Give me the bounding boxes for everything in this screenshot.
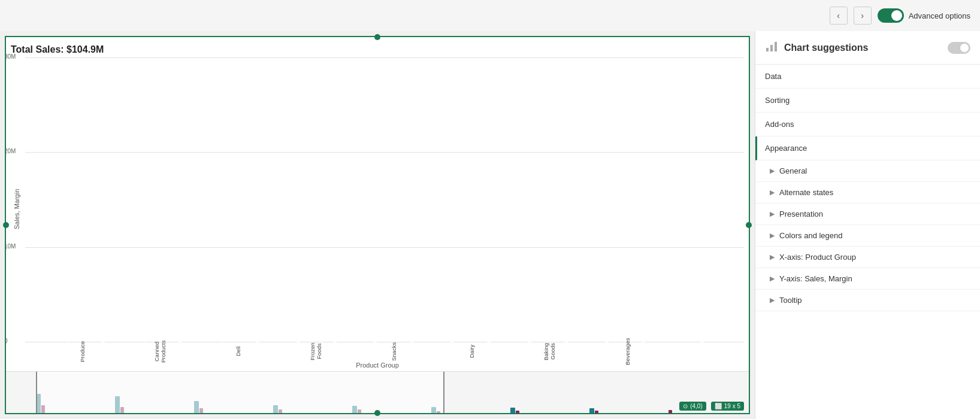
chart-plot: 30M 20M 10M 0 — [25, 57, 744, 360]
x-axis-label: X-axis: Product Group — [779, 253, 856, 262]
resize-handle-right[interactable] — [746, 222, 752, 228]
panel-menu-item-appearance[interactable]: Appearance — [755, 136, 980, 160]
mini-chart[interactable] — [6, 371, 749, 413]
mini-bar-purple-8 — [669, 410, 672, 413]
chevron-tooltip: ▶ — [770, 296, 775, 304]
x-label-3: Frozen Foods — [280, 342, 352, 360]
panel-section-y-axis[interactable]: ▶ Y-axis: Sales, Margin — [755, 268, 980, 290]
panel-menu-item-sorting[interactable]: Sorting — [755, 89, 980, 113]
chevron-colors-legend: ▶ — [770, 232, 775, 239]
svg-rect-0 — [766, 48, 769, 51]
panel-menu-item-data[interactable]: Data — [755, 65, 980, 89]
panel-section-colors-legend[interactable]: ▶ Colors and legend — [755, 225, 980, 247]
x-label-5: Dairy — [435, 342, 507, 360]
coords-value: (4,0) — [690, 403, 703, 409]
general-label: General — [779, 166, 807, 175]
colors-legend-label: Colors and legend — [779, 231, 843, 240]
next-button[interactable]: › — [854, 7, 872, 25]
mini-chart-selection[interactable] — [36, 372, 444, 413]
chevron-alternate-states: ▶ — [770, 189, 775, 196]
x-axis-labels: ProduceCanned ProductsDeliFrozen FoodsSn… — [43, 342, 744, 360]
panel-menu-item-addons[interactable]: Add-ons — [755, 113, 980, 136]
mini-bar-group-7 — [589, 408, 667, 413]
sorting-label: Sorting — [765, 96, 790, 105]
x-label-0: Produce — [46, 342, 118, 360]
presentation-label: Presentation — [779, 210, 823, 218]
x-label-1: Canned Products — [124, 342, 196, 360]
grid-label-0: 0 — [6, 338, 8, 344]
advanced-options-toggle-container: Advanced options — [878, 8, 970, 23]
panel-section-x-axis[interactable]: ▶ X-axis: Product Group — [755, 247, 980, 268]
x-label-8 — [669, 342, 741, 360]
y-axis-label: Sales, Margin — [11, 57, 23, 360]
chart-inner: Total Sales: $104.9M Sales, Margin 30M 2… — [6, 37, 749, 371]
main-content: Total Sales: $104.9M Sales, Margin 30M 2… — [0, 31, 980, 419]
chart-suggestions-icon — [765, 40, 778, 56]
chart-status: ⊙ (4,0) ⬜ 19 x 5 — [679, 402, 744, 411]
mini-bar-purple-6 — [516, 411, 519, 413]
x-label-2: Deli — [202, 342, 274, 360]
chart-body: Sales, Margin 30M 20M 10M — [11, 57, 744, 360]
panel-header: Chart suggestions — [755, 31, 980, 65]
bars-container: 24.16M9.45M20.52M7.72M14.63M6.16M9.49M4.… — [43, 57, 744, 342]
x-label-4: Snacks — [358, 342, 429, 360]
top-toolbar: ‹ › Advanced options — [0, 0, 980, 31]
svg-rect-2 — [775, 42, 777, 51]
size-value: 19 x 5 — [724, 403, 740, 409]
resize-handle-left[interactable] — [3, 222, 9, 228]
appearance-label: Appearance — [765, 144, 807, 153]
mini-bar-teal-6 — [510, 408, 515, 413]
mini-bar-purple-7 — [595, 411, 598, 413]
panel-suggestions-toggle[interactable] — [948, 42, 970, 54]
chart-wrapper[interactable]: Total Sales: $104.9M Sales, Margin 30M 2… — [5, 36, 750, 414]
grid-label-30m: 30M — [6, 53, 16, 60]
grid-label-10m: 10M — [6, 243, 16, 250]
advanced-options-label: Advanced options — [909, 11, 970, 20]
right-panel: Chart suggestions Data Sorting Add-ons A… — [755, 31, 980, 419]
mini-bar-group-6 — [510, 408, 588, 413]
chevron-y-axis: ▶ — [770, 275, 775, 283]
coords-badge: ⊙ (4,0) — [679, 402, 706, 411]
resize-icon: ⬜ — [715, 403, 722, 409]
grid-label-20m: 20M — [6, 148, 16, 154]
resize-handle-top[interactable] — [374, 34, 380, 40]
panel-section-general[interactable]: ▶ General — [755, 160, 980, 182]
addons-label: Add-ons — [765, 120, 794, 129]
panel-title-row: Chart suggestions — [765, 40, 868, 56]
chart-title: Total Sales: $104.9M — [11, 44, 744, 55]
size-badge: ⬜ 19 x 5 — [711, 402, 744, 411]
target-icon: ⊙ — [683, 403, 688, 409]
chart-area: Total Sales: $104.9M Sales, Margin 30M 2… — [0, 31, 755, 419]
panel-section-alternate-states[interactable]: ▶ Alternate states — [755, 182, 980, 204]
alternate-states-label: Alternate states — [779, 188, 833, 197]
chevron-x-axis: ▶ — [770, 253, 775, 261]
y-axis-label-panel: Y-axis: Sales, Margin — [779, 274, 852, 283]
mini-bar-teal-7 — [589, 408, 594, 413]
svg-rect-1 — [770, 45, 773, 51]
advanced-options-toggle[interactable] — [878, 8, 904, 23]
panel-section-presentation[interactable]: ▶ Presentation — [755, 204, 980, 225]
prev-button[interactable]: ‹ — [830, 7, 848, 25]
chevron-general: ▶ — [770, 167, 775, 175]
resize-handle-bottom[interactable] — [374, 410, 380, 416]
x-label-7: Beverages — [591, 342, 663, 360]
panel-section-tooltip[interactable]: ▶ Tooltip — [755, 290, 980, 311]
x-axis-title: Product Group — [11, 360, 744, 370]
x-label-6: Baking Goods — [513, 342, 585, 360]
panel-title: Chart suggestions — [784, 42, 868, 53]
data-label: Data — [765, 72, 781, 81]
tooltip-label: Tooltip — [779, 296, 802, 305]
chevron-presentation: ▶ — [770, 210, 775, 218]
